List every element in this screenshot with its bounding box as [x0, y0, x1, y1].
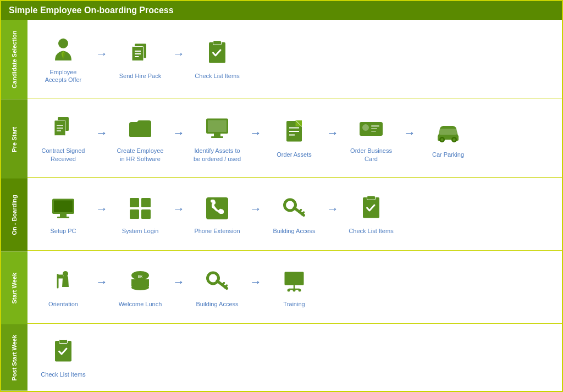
svg-point-27 [362, 124, 369, 131]
sidebar-startweek: Start Week [1, 252, 27, 325]
step-business-card: Order Business Card [346, 113, 396, 163]
page-title: Simple Employee On-boarding Process [9, 5, 174, 15]
svg-rect-19 [214, 134, 220, 136]
step-phone-extension: Phone Extension [192, 193, 242, 235]
step-label-building-access-1: Building Access [273, 227, 315, 235]
step-setup-pc: Setup PC [38, 193, 88, 235]
svg-rect-28 [371, 125, 379, 127]
svg-rect-18 [208, 120, 227, 132]
svg-rect-38 [60, 214, 67, 217]
step-label-check-list-3: Check List Items [41, 371, 85, 378]
arrow-1: → [96, 47, 108, 71]
checklist-icon-1 [202, 38, 233, 69]
svg-rect-37 [54, 200, 73, 212]
svg-rect-30 [371, 131, 376, 132]
step-send-hire-pack: Send Hire Pack [115, 38, 165, 80]
step-label-phone-extension: Phone Extension [194, 227, 240, 235]
step-label-order-assets: Order Assets [277, 151, 312, 158]
step-system-login: System Login [115, 193, 165, 235]
step-hr-software: Create Employee in HR Software [115, 113, 165, 163]
sidebar-poststartweek: Post Start Week [1, 324, 27, 391]
arrow-7: → [404, 126, 416, 150]
step-order-assets: Order Assets [269, 117, 319, 158]
row-poststartweek: Check List Items [27, 324, 562, 391]
pc-icon [48, 193, 79, 224]
arrow-3: → [96, 126, 108, 150]
step-identify-assets: Identify Assets to be ordered / used [192, 113, 242, 163]
step-label-welcome-lunch: Welcome Lunch [119, 300, 162, 308]
svg-text:BK: BK [138, 275, 143, 278]
step-label-send-hire-pack: Send Hire Pack [119, 72, 161, 80]
step-label-building-access-2: Building Access [196, 300, 238, 308]
svg-point-66 [288, 289, 290, 291]
sidebar-candidate: Candidate Selection [1, 20, 27, 100]
svg-point-33 [441, 139, 444, 141]
windows-icon [125, 193, 156, 224]
svg-point-67 [293, 289, 296, 291]
contract-icon [48, 113, 79, 143]
svg-point-35 [453, 139, 456, 141]
step-label-training: Training [283, 300, 305, 308]
arrow-11: → [327, 202, 339, 226]
step-label-setup-pc: Setup PC [50, 227, 76, 235]
svg-rect-31 [439, 129, 457, 135]
step-label-employee-accepts: Employee Accepts Offer [38, 68, 88, 84]
step-label-identify-assets: Identify Assets to be ordered / used [192, 147, 242, 163]
arrow-9: → [173, 202, 185, 226]
step-orientation: Orientation [38, 266, 88, 308]
svg-rect-55 [131, 279, 149, 284]
step-employee-accepts: Employee Accepts Offer [38, 34, 88, 84]
step-contract: Contract Signed Received [38, 113, 88, 163]
hire-pack-icon [125, 38, 156, 69]
key-icon-2 [202, 266, 233, 297]
monitor-icon [202, 113, 233, 143]
row-prestart: Contract Signed Received → Create Employ… [27, 98, 562, 177]
orientation-icon [48, 266, 79, 297]
svg-rect-29 [371, 128, 377, 129]
step-label-hr-software: Create Employee in HR Software [115, 147, 165, 163]
step-welcome-lunch: BK Welcome Lunch [115, 266, 165, 308]
step-car-parking: Car Parking [423, 117, 473, 158]
svg-rect-20 [211, 136, 223, 138]
checklist-icon-2 [356, 193, 387, 224]
svg-rect-70 [59, 339, 68, 343]
row-candidate: Employee Accepts Offer → S [27, 20, 562, 98]
svg-rect-43 [141, 209, 151, 219]
title-bar: Simple Employee On-boarding Process [1, 1, 562, 20]
content-area: Candidate Selection Pre Start On - Board… [1, 20, 562, 391]
svg-rect-50 [367, 196, 376, 200]
sidebar-prestart: Pre Start [1, 100, 27, 179]
step-label-orientation: Orientation [48, 300, 78, 308]
document-icon [279, 117, 310, 147]
arrow-8: → [96, 202, 108, 226]
arrow-13: → [173, 275, 185, 299]
svg-point-68 [299, 289, 301, 291]
key-icon-1 [279, 193, 310, 224]
step-check-list-2: Check List Items [346, 193, 396, 235]
person-icon [48, 34, 79, 65]
arrow-6: → [327, 126, 339, 150]
svg-rect-41 [141, 198, 151, 207]
step-label-car-parking: Car Parking [432, 151, 464, 158]
svg-rect-16 [129, 125, 151, 137]
step-check-list-1: Check List Items [192, 38, 242, 80]
arrow-12: → [96, 275, 108, 299]
step-label-check-list-1: Check List Items [195, 72, 239, 80]
step-label-check-list-2: Check List Items [349, 227, 393, 235]
rows-container: Employee Accepts Offer → S [27, 20, 562, 391]
step-label-system-login: System Login [122, 227, 159, 235]
training-icon [279, 266, 310, 297]
arrow-2: → [173, 47, 185, 71]
main-container: Simple Employee On-boarding Process Cand… [0, 0, 563, 392]
step-check-list-3: Check List Items [38, 336, 88, 378]
svg-rect-10 [213, 41, 222, 45]
svg-rect-40 [130, 198, 139, 207]
phone-icon [202, 193, 233, 224]
svg-rect-44 [206, 197, 228, 219]
arrow-10: → [250, 202, 262, 226]
step-label-business-card: Order Business Card [346, 147, 396, 163]
arrow-14: → [250, 275, 262, 299]
checklist-icon-3 [48, 336, 79, 367]
svg-rect-53 [58, 274, 63, 278]
sidebar-onboarding: On - Boarding [1, 179, 27, 252]
